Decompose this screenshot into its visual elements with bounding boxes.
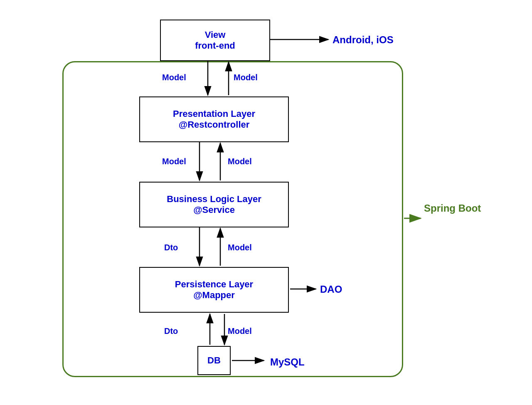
spring-boot-label: Spring Boot — [424, 202, 481, 214]
presentation-line1: Presentation Layer — [173, 109, 255, 119]
label-model-left-2: Model — [162, 157, 186, 166]
android-ios-label: Android, iOS — [332, 34, 394, 46]
label-model-right-4: Model — [228, 326, 252, 336]
view-box: View front-end — [160, 20, 270, 61]
persistence-box: Persistence Layer @Mapper — [139, 267, 289, 313]
presentation-box: Presentation Layer @Restcontroller — [139, 96, 289, 142]
view-line1: View — [205, 30, 226, 40]
label-dto-left-2: Dto — [164, 326, 178, 336]
db-box: DB — [197, 346, 231, 375]
dao-label: DAO — [320, 284, 342, 295]
label-model-right-1: Model — [234, 73, 258, 82]
business-line2: @Service — [193, 205, 235, 215]
label-model-right-2: Model — [228, 157, 252, 166]
business-box: Business Logic Layer @Service — [139, 182, 289, 227]
label-model-right-3: Model — [228, 243, 252, 252]
persistence-line2: @Mapper — [193, 290, 235, 301]
persistence-line1: Persistence Layer — [175, 279, 253, 290]
diagram-wrapper: View front-end Presentation Layer @Restc… — [37, 11, 495, 394]
label-dto-left: Dto — [164, 243, 178, 252]
business-line1: Business Logic Layer — [167, 194, 261, 205]
label-model-left-1: Model — [162, 73, 186, 82]
view-line2: front-end — [195, 40, 235, 51]
mysql-label: MySQL — [270, 356, 305, 368]
presentation-line2: @Restcontroller — [179, 119, 250, 130]
db-line1: DB — [207, 355, 221, 366]
